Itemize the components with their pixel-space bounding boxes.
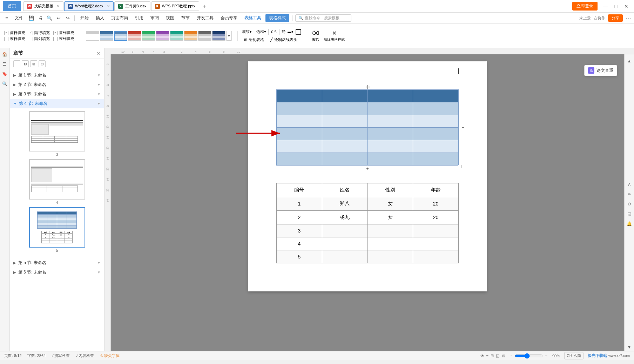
share-button[interactable]: 分享 [608, 14, 623, 22]
cell-1-age[interactable]: 20 [413, 197, 459, 211]
table-style-blue1[interactable] [100, 31, 113, 41]
right-icon-2[interactable]: ✏ [626, 190, 633, 198]
cell-2-name[interactable]: 杨九 [322, 211, 367, 224]
minimize-button[interactable]: — [600, 3, 610, 10]
menu-layout[interactable]: 页面布局 [108, 14, 131, 22]
eraser-button[interactable]: ⌫ 擦除 [311, 30, 319, 42]
section-item-4[interactable]: ▼ 第 4 节: 未命名 ▼ [10, 99, 104, 108]
menu-developer[interactable]: 开发工具 [194, 14, 216, 22]
section-item-2[interactable]: ▶ 第 2 节: 未命名 ▼ [10, 80, 104, 89]
menu-table-style[interactable]: 表格样式 [265, 14, 289, 22]
cell-5-gender[interactable] [367, 250, 413, 263]
home-icon[interactable]: 🏠 [1, 51, 8, 58]
table-style-purple1[interactable] [156, 31, 169, 41]
table-style-blue2[interactable] [114, 31, 127, 41]
view-icon-2[interactable]: ≡ [486, 354, 488, 358]
blue-styled-table[interactable] [276, 89, 459, 166]
cell-3-age[interactable] [413, 224, 459, 237]
more-options-icon[interactable]: ⋯ [626, 15, 631, 21]
checkbox-first-row[interactable] [4, 31, 8, 35]
undo-icon[interactable]: ↩ [55, 14, 62, 22]
search-box[interactable]: 🔍 查找命令，搜索模板 [295, 14, 351, 22]
draw-slash-button[interactable]: ╱ 绘制斜线表头 [268, 36, 299, 43]
save-icon[interactable]: 💾 [27, 14, 35, 22]
table-style-orange1[interactable] [184, 31, 197, 41]
document-page[interactable]: ✛ [248, 61, 487, 291]
bookmark-icon[interactable]: 🔖 [1, 70, 8, 77]
cell-1-id[interactable]: 1 [277, 197, 322, 211]
right-icon-1[interactable]: A [626, 181, 633, 188]
checkbox-alt-row[interactable] [29, 31, 33, 35]
border-width-input[interactable] [268, 29, 279, 35]
view-icon-3[interactable]: ⊞ [491, 353, 494, 358]
tab-word-close[interactable]: ✕ [107, 4, 110, 8]
maximize-button[interactable]: □ [611, 3, 621, 10]
sidebar-view-icon-2[interactable]: ⊟ [22, 60, 29, 67]
file-menu[interactable]: ≡ [3, 14, 11, 22]
menu-file[interactable]: 文件 [12, 14, 26, 22]
table-style-darkblue1[interactable] [212, 31, 225, 41]
lunwen-check-button[interactable]: 论 论文查重 [584, 65, 617, 76]
menu-table-tools[interactable]: 表格工具 [242, 14, 264, 22]
cell-5-name[interactable] [322, 250, 367, 263]
missing-font[interactable]: ⚠ 缺失字体 [100, 353, 120, 358]
zoom-minus[interactable]: － [510, 353, 513, 358]
preview-icon[interactable]: 🔍 [46, 14, 53, 22]
cell-1-name[interactable]: 郑八 [322, 197, 367, 211]
zoom-slider[interactable] [515, 353, 543, 359]
data-table[interactable]: 编号 姓名 性别 年龄 1 郑八 女 20 [276, 183, 459, 263]
section-item-1[interactable]: ▶ 第 1 节: 未命名 ▼ [10, 70, 104, 80]
right-icon-5[interactable]: 🔔 [626, 220, 633, 228]
menu-insert[interactable]: 插入 [93, 14, 107, 22]
view-icon-4[interactable]: ◱ [496, 353, 499, 358]
thumbnail-page-3[interactable]: 3 [13, 111, 101, 156]
view-icon-5[interactable]: 🖥 [501, 354, 505, 358]
sidebar-view-icon-1[interactable]: ☰ [13, 60, 20, 67]
thumbnail-page-4[interactable]: 4 [13, 159, 101, 204]
table-move-handle[interactable]: ✛ [365, 84, 370, 90]
right-up-icon[interactable]: ▲ [626, 57, 633, 65]
checkbox-last-col[interactable] [53, 37, 58, 41]
border-style-picker[interactable]: ▬▾ [288, 29, 294, 34]
menu-review[interactable]: 审阅 [148, 14, 162, 22]
cell-5-id[interactable]: 5 [277, 250, 322, 263]
input-mode-indicator[interactable]: CH 么简 [564, 352, 584, 359]
menu-vip[interactable]: 会员专享 [218, 14, 240, 22]
cell-3-gender[interactable] [367, 224, 413, 237]
table-resize-handle[interactable] [458, 165, 461, 168]
view-icon-1[interactable]: 👁 [480, 354, 484, 358]
zoom-plus[interactable]: ＋ [544, 353, 548, 358]
cell-2-gender[interactable]: 女 [367, 211, 413, 224]
menu-reference[interactable]: 引用 [132, 14, 146, 22]
sidebar-view-icon-3[interactable]: ⊞ [30, 60, 37, 67]
cell-4-age[interactable] [413, 237, 459, 250]
cloud-status[interactable]: 未上云 [579, 15, 591, 21]
cell-4-gender[interactable] [367, 237, 413, 250]
cell-4-id[interactable]: 4 [277, 237, 322, 250]
menu-start[interactable]: 开始 [77, 14, 92, 22]
tab-wr[interactable]: W 找稿壳模板 ✕ [23, 1, 63, 11]
add-row-button[interactable]: + [366, 166, 369, 171]
login-button[interactable]: 立即登录 [572, 2, 598, 11]
zoom-level[interactable]: 90% [549, 354, 560, 358]
cell-4-name[interactable] [322, 237, 367, 250]
checkbox-first-col[interactable] [53, 31, 58, 35]
collab-btn[interactable]: △协作 [594, 15, 605, 21]
right-icon-3[interactable]: ⚙ [626, 200, 633, 208]
right-icon-4[interactable]: ◱ [626, 210, 633, 218]
add-tab-button[interactable]: + [200, 1, 209, 11]
section-item-5[interactable]: ▶ 第 5 节: 未命名 ▼ [10, 258, 104, 268]
table-style-gray1[interactable] [198, 31, 211, 41]
tab-ppt[interactable]: P WPS PPT教程.pptx [151, 1, 199, 11]
table-style-plain[interactable] [86, 31, 99, 41]
search-sidebar-icon[interactable]: 🔍 [1, 80, 8, 87]
cell-5-age[interactable] [413, 250, 459, 263]
add-col-button[interactable]: + [462, 125, 464, 130]
cell-3-name[interactable] [322, 224, 367, 237]
border-color-picker[interactable] [296, 29, 301, 35]
table-style-green1[interactable] [142, 31, 155, 41]
checkbox-last-row[interactable] [4, 37, 8, 41]
close-button[interactable]: ✕ [621, 3, 631, 10]
sidebar-close-button[interactable]: ✕ [96, 50, 101, 56]
cell-1-gender[interactable]: 女 [367, 197, 413, 211]
